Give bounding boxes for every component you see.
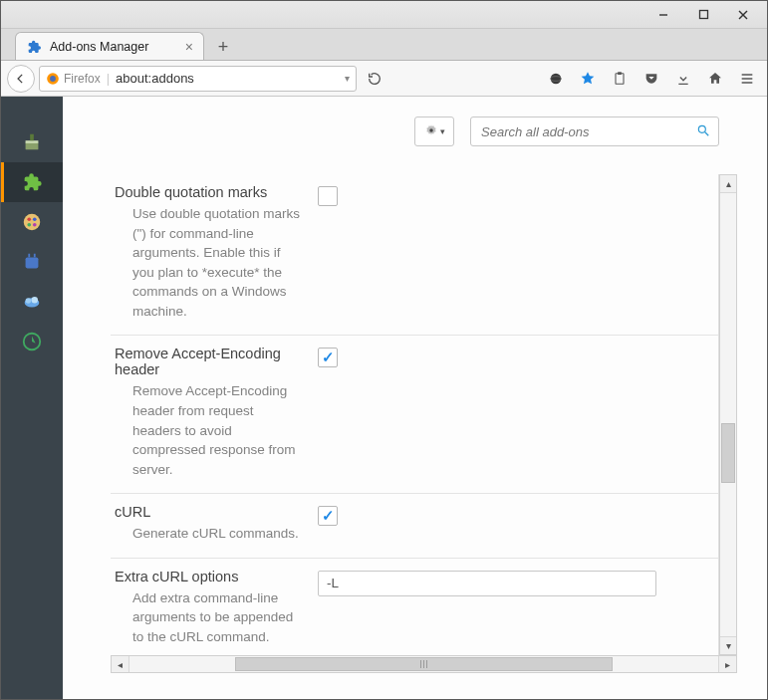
tools-button[interactable]: ▾ <box>414 117 454 146</box>
scroll-track[interactable] <box>720 193 736 636</box>
search-input[interactable] <box>479 123 696 140</box>
svg-rect-10 <box>26 142 39 149</box>
addons-toolbar: ▾ <box>414 117 719 146</box>
svg-rect-11 <box>26 140 39 143</box>
scroll-right-arrow[interactable]: ▸ <box>718 656 736 672</box>
pref-title: Double quotation marks <box>115 184 304 200</box>
horizontal-scrollbar[interactable]: ◂ ▸ <box>111 655 737 673</box>
sidebar-item-plugins[interactable] <box>1 242 63 282</box>
url-address[interactable]: about:addons <box>116 71 339 86</box>
main-area: ▾ Double quotation marks Use double quot… <box>1 97 767 699</box>
svg-line-27 <box>705 131 709 135</box>
svg-rect-18 <box>26 257 39 268</box>
navigation-toolbar: Firefox | about:addons ▾ <box>1 61 767 97</box>
scroll-down-arrow[interactable]: ▾ <box>720 636 736 654</box>
preferences-panel: Double quotation marks Use double quotat… <box>111 174 719 655</box>
firefox-brand: Firefox <box>46 72 101 86</box>
addons-sidebar <box>1 97 63 699</box>
svg-point-26 <box>698 125 705 132</box>
window-maximize[interactable] <box>683 3 723 27</box>
svg-rect-19 <box>28 254 30 258</box>
pref-description: Generate cURL commands. <box>115 524 304 544</box>
window-close[interactable] <box>723 3 763 27</box>
svg-point-22 <box>26 298 31 304</box>
window-titlebar <box>1 1 767 29</box>
sidebar-item-get-addons[interactable] <box>1 122 63 162</box>
svg-rect-20 <box>34 254 36 258</box>
tab-addons-manager[interactable]: Add-ons Manager × <box>15 32 204 60</box>
svg-point-13 <box>24 214 41 231</box>
scroll-thumb[interactable] <box>721 423 735 483</box>
pref-title: Remove Accept-Encoding header <box>115 346 304 377</box>
url-bar[interactable]: Firefox | about:addons ▾ <box>39 66 357 92</box>
firefox-icon <box>46 72 60 86</box>
reload-button[interactable] <box>361 65 388 93</box>
search-icon[interactable] <box>696 123 710 140</box>
globe-dark-icon[interactable] <box>542 65 570 93</box>
pref-description: Add extra command-line arguments to be a… <box>115 588 304 647</box>
pref-row-curl: cURL Generate cURL commands. ✓ <box>111 494 718 559</box>
url-dropdown-icon[interactable]: ▾ <box>345 73 350 84</box>
checkbox-curl[interactable]: ✓ <box>318 506 338 526</box>
tab-close[interactable]: × <box>185 39 193 55</box>
sidebar-item-themes[interactable] <box>1 202 63 242</box>
puzzle-icon <box>26 39 42 55</box>
pref-row-extra-curl-options: Extra cURL options Add extra command-lin… <box>111 559 718 655</box>
checkbox-double-quotes[interactable] <box>318 186 338 206</box>
url-brand-label: Firefox <box>64 72 101 86</box>
new-tab-button[interactable]: + <box>210 34 236 60</box>
hamburger-menu-icon[interactable] <box>733 65 761 93</box>
svg-rect-8 <box>616 73 624 84</box>
svg-point-5 <box>50 76 56 82</box>
chevron-down-icon: ▾ <box>440 126 445 136</box>
sidebar-item-extensions[interactable] <box>1 162 63 202</box>
svg-rect-12 <box>30 134 34 140</box>
clipboard-icon[interactable] <box>606 65 634 93</box>
svg-point-6 <box>551 73 562 84</box>
checkbox-remove-accept-encoding[interactable]: ✓ <box>318 348 338 367</box>
svg-point-14 <box>27 217 31 221</box>
window-minimize[interactable] <box>643 3 683 27</box>
pref-title: Extra cURL options <box>115 569 304 584</box>
sidebar-item-services[interactable] <box>1 282 63 322</box>
svg-point-17 <box>33 223 37 227</box>
addons-search[interactable] <box>470 117 719 146</box>
sidebar-item-updates[interactable] <box>1 322 63 361</box>
gear-icon <box>424 123 438 140</box>
scroll-up-arrow[interactable]: ▴ <box>720 175 736 193</box>
pref-row-double-quotes: Double quotation marks Use double quotat… <box>111 174 718 336</box>
bookmark-star-icon[interactable] <box>574 65 602 93</box>
back-button[interactable] <box>7 65 35 93</box>
svg-rect-1 <box>699 11 707 19</box>
svg-point-15 <box>33 217 37 221</box>
pref-row-remove-accept-encoding: Remove Accept-Encoding header Remove Acc… <box>111 336 718 494</box>
vertical-scrollbar[interactable]: ▴ ▾ <box>719 174 737 655</box>
tab-title: Add-ons Manager <box>50 40 177 54</box>
svg-point-16 <box>27 223 31 227</box>
svg-point-23 <box>32 297 38 303</box>
scroll-track[interactable] <box>129 656 718 672</box>
pref-description: Remove Accept-Encoding header from reque… <box>115 381 304 479</box>
scroll-left-arrow[interactable]: ◂ <box>112 656 129 672</box>
pref-description: Use double quotation marks (") for comma… <box>115 204 304 321</box>
home-icon[interactable] <box>701 65 729 93</box>
scroll-thumb[interactable] <box>235 657 612 671</box>
downloads-icon[interactable] <box>669 65 697 93</box>
tab-strip: Add-ons Manager × + <box>1 29 767 61</box>
input-extra-curl-options[interactable] <box>318 571 656 596</box>
pref-title: cURL <box>115 504 304 520</box>
pocket-icon[interactable] <box>638 65 665 93</box>
svg-rect-9 <box>618 72 622 75</box>
addons-content: ▾ Double quotation marks Use double quot… <box>63 97 767 699</box>
